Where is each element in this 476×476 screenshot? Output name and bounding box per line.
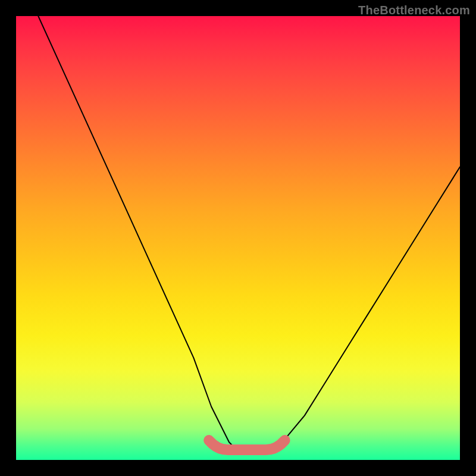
plot-area (16, 16, 460, 460)
optimal-zone-marker (16, 16, 460, 460)
attribution-watermark: TheBottleneck.com (358, 4, 470, 17)
chart-container: TheBottleneck.com (0, 0, 476, 476)
